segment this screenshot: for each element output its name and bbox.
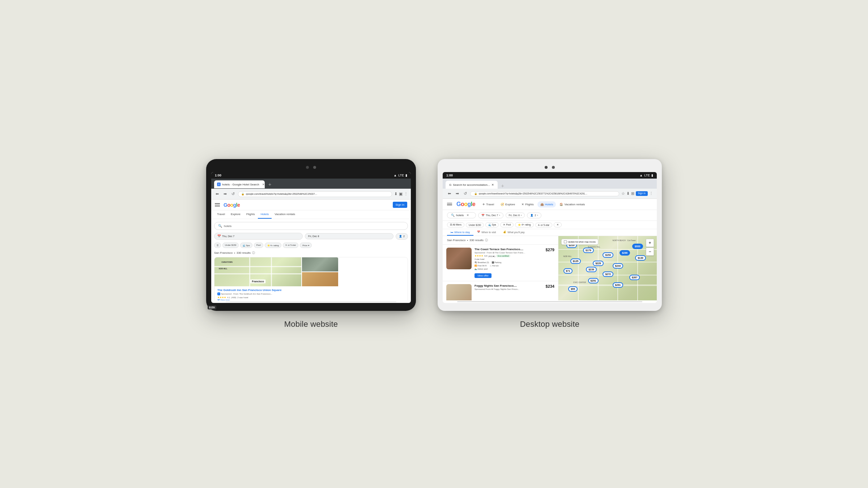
filter-pool-desktop[interactable]: ✕ Pool [500, 222, 514, 227]
desktop-checkin-input[interactable]: 📅 Thu, Dec 7 › [478, 213, 503, 218]
hotel-name-mobile[interactable]: The Goldrush Inn San Francisco Union Squ… [217, 288, 405, 292]
address-bar-desktop[interactable]: 🔒 google.com/travel/search?q=hotels&g2lb… [470, 191, 619, 196]
search-box-mobile[interactable]: 🔍 hotels [214, 222, 408, 230]
zoom-in-btn[interactable]: + [646, 239, 654, 247]
filter-chip-mobile-0[interactable]: ☰ [214, 243, 221, 248]
results-info-icon-desktop: ⓘ [485, 238, 488, 242]
filter-chip-mobile-1[interactable]: Under $150 [222, 243, 239, 248]
download-icon-desktop[interactable]: ⬇ [626, 191, 630, 196]
filter-chip-mobile-3[interactable]: Pool [254, 243, 263, 248]
price-marker-272[interactable]: $272 [603, 271, 613, 277]
checkin-pill-mobile[interactable]: 📅 Thu, Dec 7 [214, 233, 303, 240]
francisco-map-label: Francisco [250, 279, 266, 283]
guest-pill-mobile[interactable]: 👤 2 [396, 233, 408, 240]
desktop-nav-flights[interactable]: ✕ Flights [519, 201, 537, 207]
address-bar-url-desktop: google.com/travel/search?q=hotels&g2lb=2… [479, 192, 587, 195]
filter-all-desktop[interactable]: ☰ All filters [447, 222, 464, 227]
refresh-button-desktop[interactable]: ↺ [462, 191, 468, 197]
menu-icon-mobile[interactable]: ⋮ [404, 192, 408, 196]
zoom-out-btn[interactable]: − [646, 248, 654, 256]
tab-what-youll-pay[interactable]: 💰 What you'll pay [499, 229, 528, 236]
price-marker-71[interactable]: $71 [563, 268, 573, 274]
hotel-result-card-1[interactable]: The Coast Terrace San Francisco.... Spon… [443, 245, 558, 281]
price-marker-125[interactable]: $125 [570, 258, 581, 264]
star-icon-desktop[interactable]: ☆ [621, 191, 625, 196]
tab-favicon-desktop: G [449, 183, 451, 187]
lock-icon-mobile: 🔒 [241, 193, 244, 196]
results-header-mobile: San Francisco • 330 results ⓘ [214, 251, 408, 255]
filter-chip-mobile-4[interactable]: ⭐ 4+ rating [265, 243, 281, 248]
menu-icon-desktop[interactable]: ⋮ [649, 191, 653, 196]
address-bar-mobile[interactable]: 🔒 google.com/travel/hotels?q=hotels&g2lb… [238, 191, 392, 197]
tab-close-mobile[interactable]: ✕ [262, 183, 265, 186]
filter-chip-mobile-5[interactable]: 4- or 5-star [283, 243, 298, 248]
cast-icon-mobile[interactable]: ▣ [399, 192, 403, 196]
checkout-pill-mobile[interactable]: Fri, Dec 8 [305, 233, 393, 239]
filter-spa-desktop[interactable]: 🌊 Spa [485, 222, 499, 227]
price-marker-267[interactable]: $267 [629, 275, 640, 280]
nav-travel-mobile[interactable]: Travel [214, 210, 228, 219]
filter-rating-desktop[interactable]: ⭐ 4+ rating [515, 222, 533, 227]
sponsored-name-mobile: The Goldrush Inn San Francisco... [239, 293, 272, 295]
filter-more-desktop[interactable]: ✕ [554, 222, 562, 227]
download-icon-mobile[interactable]: ⬇ [394, 192, 397, 196]
google-hotels-mobile: Google Sign in Travel Explore Flights Ho… [211, 200, 411, 300]
nav-hotels-mobile-active[interactable]: Hotels [258, 210, 272, 219]
tab-when-to-visit[interactable]: 📅 When to visit [473, 229, 499, 236]
price-marker-153[interactable]: $153 [603, 252, 613, 258]
price-marker-291a[interactable]: $291 [588, 278, 599, 283]
refresh-button-mobile[interactable]: ↺ [230, 191, 236, 197]
price-marker-229[interactable]: $229 [593, 261, 604, 266]
explore-label: Explore [505, 203, 515, 206]
price-marker-239[interactable]: $239 [586, 267, 597, 272]
chevron-checkin: › [499, 214, 500, 217]
view-map-link-mobile[interactable]: 🗺 View map [217, 299, 405, 300]
back-button-mobile[interactable]: ⬅ [214, 191, 220, 197]
chrome-tab-active-mobile[interactable]: G hotels - Google Hotel Search ✕ [214, 180, 265, 188]
forward-button-desktop[interactable]: ➡ [454, 191, 460, 197]
hotel-map-image-mobile: CHINATOWN NOB HILL Francisco [214, 257, 301, 286]
back-button-desktop[interactable]: ⬅ [446, 191, 452, 197]
price-marker-244[interactable]: $244 [613, 263, 624, 269]
nav-vacation-mobile[interactable]: Vacation rentals [272, 210, 298, 219]
desktop-nav-vacation[interactable]: 🏠 Vacation rentals [557, 201, 588, 207]
desktop-checkout-input[interactable]: Fri, Dec 8 › [506, 213, 525, 218]
when-to-visit-label: When to visit [481, 231, 496, 234]
tab-close-desktop[interactable]: ✕ [492, 183, 494, 187]
tab-where-to-stay[interactable]: 🛏 Where to stay [447, 229, 473, 236]
nav-explore-mobile[interactable]: Explore [228, 210, 243, 219]
price-marker-55[interactable]: $55 [568, 286, 578, 292]
hamburger-menu-desktop[interactable] [447, 203, 452, 206]
filter-chip-mobile-6[interactable]: Price ▾ [300, 243, 311, 248]
sign-in-button-mobile[interactable]: Sign in [393, 202, 407, 208]
nav-flights-mobile[interactable]: Flights [243, 210, 258, 219]
new-tab-button-mobile[interactable]: + [266, 181, 273, 187]
desktop-nav-hotels-active[interactable]: 🏨 Hotels [537, 201, 556, 207]
price-marker-288[interactable]: $288 [620, 250, 630, 256]
desktop-chrome-tab-active[interactable]: G Search for accommodation... ✕ [446, 181, 498, 189]
desktop-search-input[interactable]: 🔍 hotels ✕ [447, 212, 476, 218]
map-label-nobhill: NOB HILL [219, 267, 227, 270]
desktop-nav-travel[interactable]: ✈ Travel [480, 201, 497, 207]
price-marker-179[interactable]: $179 [583, 248, 594, 253]
new-tab-button-desktop[interactable]: + [499, 183, 506, 189]
apps-icon-desktop[interactable]: ⊞ [631, 191, 634, 196]
price-marker-930[interactable]: $930 [632, 244, 643, 249]
price-marker-130[interactable]: $130 [635, 255, 646, 261]
price-marker-291b[interactable]: $291 [613, 282, 624, 288]
sign-in-btn-desktop[interactable]: Sign in [636, 191, 648, 196]
filter-stars-desktop[interactable]: 4- or 5-star [535, 223, 553, 227]
hotel-card-mobile[interactable]: CHINATOWN NOB HILL Francisco $159 [214, 257, 408, 300]
desktop-guest-input[interactable]: 👤 2 › [527, 213, 541, 218]
hamburger-menu-mobile[interactable] [215, 203, 220, 206]
search-clear-desktop[interactable]: ✕ [467, 214, 469, 217]
map-update-checkbox[interactable]: Update list when map moves [561, 239, 598, 245]
hotel-result-card-2[interactable]: Foggy Nights San Francisco.... Sponsored… [443, 281, 558, 300]
calendar-icon-mobile: 📅 [217, 235, 221, 238]
calendar-tab-icon: 📅 [477, 231, 480, 234]
filter-price-desktop[interactable]: Under $150 [466, 223, 484, 227]
view-offer-btn-1[interactable]: View offer [475, 273, 492, 278]
forward-button-mobile[interactable]: ➡ [222, 191, 228, 197]
filter-chip-mobile-2[interactable]: 🌊 Spa [240, 243, 252, 248]
desktop-nav-explore[interactable]: 🧭 Explore [498, 201, 518, 207]
